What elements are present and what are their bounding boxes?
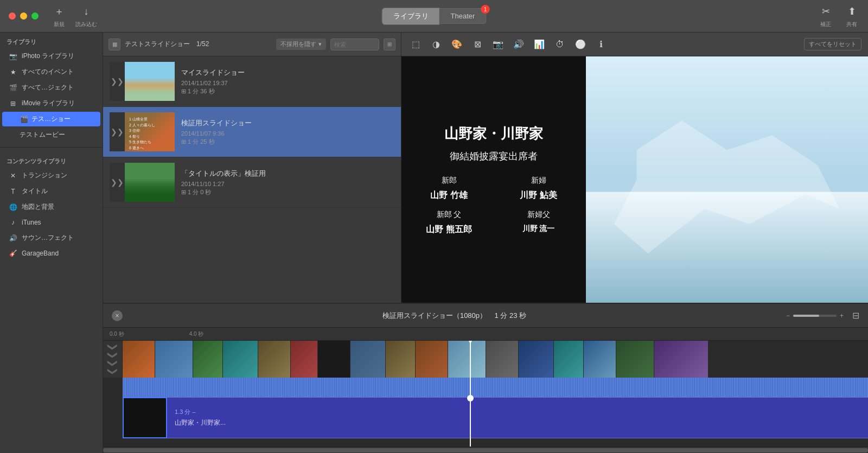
audio-tool-btn[interactable]: 📊 bbox=[532, 37, 547, 52]
timeline-close-button[interactable]: × bbox=[112, 310, 123, 321]
noise-tool-btn[interactable]: ⚪ bbox=[573, 37, 588, 52]
close-button[interactable] bbox=[9, 12, 16, 20]
sidebar-item-all-events-label: すべてのイベント bbox=[22, 67, 74, 76]
sidebar-divider bbox=[0, 147, 103, 148]
media-date-2: 2014/11/07 9:36 bbox=[181, 130, 394, 137]
maps-icon: 🌐 bbox=[9, 203, 17, 212]
preview-area: ⬚ ◑ 🎨 ⊠ 📷 🔊 📊 ⏱ ⚪ ℹ すべてをリセット bbox=[401, 33, 868, 303]
preview-subtitle: 御結婚披露宴出席者 bbox=[450, 150, 538, 163]
adjust-tool[interactable]: ✂ 補正 bbox=[818, 4, 833, 28]
media-duration-1: ⊞ 1 分 36 秒 bbox=[181, 87, 394, 95]
timeline-layout-button[interactable]: ⊟ bbox=[852, 310, 859, 321]
speed-tool-btn[interactable]: ⏱ bbox=[552, 37, 567, 52]
sidebar-item-itunes-label: iTunes bbox=[22, 219, 41, 226]
media-item-3[interactable]: ❯❯❯❯❯❯❯❯ 「タイトルの表示」検証用 2014/11/10 1:27 ⊞ … bbox=[103, 157, 401, 208]
color-tool-btn[interactable]: 🎨 bbox=[449, 37, 464, 52]
media-search-input[interactable] bbox=[330, 39, 379, 50]
camera-tool-btn[interactable]: 📷 bbox=[490, 37, 506, 52]
sidebar-item-all-events[interactable]: ★ すべてのイベント bbox=[2, 65, 100, 79]
crop-tool-btn[interactable]: ⬚ bbox=[408, 37, 423, 52]
preview-toolbar: ⬚ ◑ 🎨 ⊠ 📷 🔊 📊 ⏱ ⚪ ℹ すべてをリセット bbox=[401, 33, 868, 56]
filter-tool-btn[interactable]: ◑ bbox=[429, 37, 444, 52]
media-toolbar-title: テストスライドショー 1/52 bbox=[125, 40, 272, 49]
film-cell-2 bbox=[155, 341, 193, 378]
titlebar: ＋ 新規 ↓ 読み込む ライブラリ Theater 1 ✂ 補正 ⬆ 共有 bbox=[0, 0, 868, 33]
info-tool-btn[interactable]: ℹ bbox=[593, 37, 609, 52]
title-clip-black[interactable] bbox=[123, 397, 167, 438]
filter-dropdown[interactable]: 不採用を隠す ▾ bbox=[276, 39, 326, 50]
media-item-selected[interactable]: ❯❯❯❯❯❯❯❯ 1 山積全景 2 人々の暮らし 3 信仰 4 祭り 5 生き物… bbox=[103, 107, 401, 157]
media-title-2: 検証用スライドショー bbox=[181, 118, 394, 128]
sidebar-sub-movie[interactable]: テストムービー bbox=[2, 127, 100, 142]
sidebar-item-all-projects[interactable]: 🎬 すべて…ジェクト bbox=[2, 80, 100, 95]
media-info-1: マイスライドショー 2014/11/02 19:37 ⊞ 1 分 36 秒 bbox=[181, 68, 394, 95]
zoom-in-icon[interactable]: + bbox=[840, 312, 844, 320]
scrollbar-thumb[interactable] bbox=[103, 448, 868, 452]
sidebar-item-titles[interactable]: T タイトル bbox=[2, 184, 100, 199]
chevron-pattern-2: ❯❯❯❯❯❯❯❯ bbox=[110, 112, 125, 151]
playhead[interactable] bbox=[470, 341, 471, 446]
zoom-slider[interactable] bbox=[793, 315, 837, 317]
minimize-button[interactable] bbox=[20, 12, 27, 20]
sidebar-item-maps[interactable]: 🌐 地図と背景 bbox=[2, 200, 100, 214]
imovie-lib-icon: ⊞ bbox=[9, 99, 17, 108]
sidebar-item-transitions[interactable]: ✕ トランジション bbox=[2, 168, 100, 183]
sidebar-item-titles-label: タイトル bbox=[22, 187, 48, 196]
import-tool[interactable]: ↓ 読み込む bbox=[75, 4, 97, 28]
share-label: 共有 bbox=[846, 21, 857, 28]
sidebar: ライブラリ 📷 iPhoto ライブラリ ★ すべてのイベント 🎬 すべて…ジェ… bbox=[0, 33, 103, 453]
sidebar-item-garageband[interactable]: 🎸 GarageBand bbox=[2, 246, 100, 260]
volume-tool-btn[interactable]: 🔊 bbox=[511, 37, 526, 52]
sidebar-item-imovie-lib[interactable]: ⊞ iMovie ライブラリ bbox=[2, 96, 100, 111]
duration-icon-2: ⊞ bbox=[181, 138, 186, 145]
new-label: 新規 bbox=[54, 21, 65, 28]
groom-father-label: 新郎 父 bbox=[412, 210, 486, 220]
timeline-scrollbar[interactable] bbox=[103, 446, 868, 453]
ruler-mark-0: 0.0 秒 bbox=[110, 330, 124, 338]
bride-label: 新婦 bbox=[502, 176, 575, 186]
trim-tool-btn[interactable]: ⊠ bbox=[470, 37, 485, 52]
duration-text-2: 1 分 25 秒 bbox=[188, 138, 215, 146]
maximize-button[interactable] bbox=[31, 12, 39, 20]
adjust-label: 補正 bbox=[820, 21, 831, 28]
titles-icon: T bbox=[9, 187, 17, 196]
library-tab[interactable]: ライブラリ bbox=[382, 8, 440, 25]
waveform-overlay bbox=[123, 378, 868, 397]
film-cell-black bbox=[318, 341, 350, 378]
traffic-lights bbox=[9, 12, 39, 20]
filter-chevron-icon: ▾ bbox=[318, 41, 322, 48]
film-cell-9 bbox=[386, 341, 416, 378]
media-browser: ▦ テストスライドショー 1/52 不採用を隠す ▾ ⊞ ❯❯❯❯❯❯❯❯ bbox=[103, 33, 401, 303]
new-tool[interactable]: ＋ 新規 bbox=[52, 4, 67, 28]
sidebar-item-maps-label: 地図と背景 bbox=[22, 202, 54, 212]
media-title-3: 「タイトルの表示」検証用 bbox=[181, 169, 394, 178]
theater-tab-wrapper: Theater 1 bbox=[440, 8, 487, 24]
iphoto-icon: 📷 bbox=[9, 52, 17, 61]
media-thumbnail-3: ❯❯❯❯❯❯❯❯ bbox=[110, 163, 175, 202]
timeline-duration: 1 分 23 秒 bbox=[495, 311, 527, 320]
bride-father-label: 新婦父 bbox=[502, 210, 575, 220]
sidebar-sub-slideshow[interactable]: 🎬 テス…ショー bbox=[2, 112, 100, 126]
browser-area: ▦ テストスライドショー 1/52 不採用を隠す ▾ ⊞ ❯❯❯❯❯❯❯❯ bbox=[103, 33, 868, 304]
sidebar-item-itunes[interactable]: ♪ iTunes bbox=[2, 215, 100, 229]
zoom-out-icon[interactable]: − bbox=[786, 312, 790, 320]
sidebar-item-garageband-label: GarageBand bbox=[22, 250, 59, 257]
title-clip-main[interactable]: 1.3 分 – 山野家・川野家... bbox=[167, 397, 868, 438]
playhead-circle bbox=[467, 395, 474, 401]
media-item[interactable]: ❯❯❯❯❯❯❯❯ マイスライドショー 2014/11/02 19:37 ⊞ 1 … bbox=[103, 56, 401, 107]
media-title-1: マイスライドショー bbox=[181, 68, 394, 78]
sidebar-item-sound[interactable]: 🔊 サウン…フェクト bbox=[2, 231, 100, 245]
grid-view-button[interactable]: ⊞ bbox=[384, 39, 395, 50]
timeline-tracks[interactable]: ❯❯❯❯ bbox=[103, 341, 868, 446]
sidebar-toggle-button[interactable]: ▦ bbox=[108, 39, 120, 50]
sound-icon: 🔊 bbox=[9, 234, 17, 243]
title-clip-tag: 1.3 分 – bbox=[175, 408, 860, 416]
sidebar-item-iphoto[interactable]: 📷 iPhoto ライブラリ bbox=[2, 49, 100, 63]
share-tool[interactable]: ⬆ 共有 bbox=[844, 4, 859, 28]
duration-text-1: 1 分 36 秒 bbox=[188, 87, 215, 95]
media-date-3: 2014/11/10 1:27 bbox=[181, 181, 394, 187]
theater-tab[interactable]: Theater bbox=[440, 8, 487, 24]
chevron-pattern-1: ❯❯❯❯❯❯❯❯ bbox=[110, 62, 125, 101]
reset-all-button[interactable]: すべてをリセット bbox=[804, 38, 861, 50]
titlebar-actions: ✂ 補正 ⬆ 共有 bbox=[818, 4, 859, 28]
